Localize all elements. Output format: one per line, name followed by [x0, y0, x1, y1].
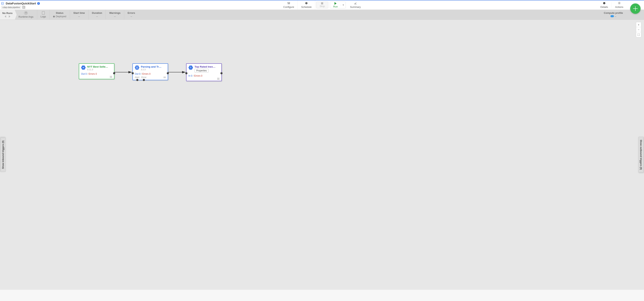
status-value: Deployed	[53, 15, 66, 18]
sliders-icon	[287, 2, 290, 5]
details-button[interactable]: i Details	[597, 0, 612, 9]
connectors	[0, 20, 644, 290]
node-metrics: Out 0 / Errors 0	[79, 71, 114, 76]
node-menu-icon[interactable]	[217, 78, 220, 80]
node-transform[interactable]: Parsing and Tr… 3.2.3 Out 0 / Errors 0 A…	[132, 63, 168, 80]
svg-point-2	[289, 3, 290, 3]
node-header: NYT Best Selle… 0.11.3	[79, 64, 114, 71]
svg-point-0	[288, 2, 288, 3]
gear-icon	[618, 1, 621, 5]
title-row: DataFusionQuickStart i	[1, 2, 40, 5]
pipeline-type-chip[interactable]: cdap-data-pipeline	[1, 6, 21, 9]
header-left: DataFusionQuickStart i cdap-data-pipelin…	[0, 0, 42, 9]
node-in-port[interactable]	[185, 72, 188, 74]
node-menu-icon[interactable]	[164, 77, 166, 78]
node-out-port[interactable]	[220, 72, 222, 74]
chevron-down-icon	[342, 4, 344, 5]
fit-to-screen-button[interactable]	[636, 32, 641, 37]
compute-profile-label: Compute profile	[604, 11, 623, 14]
status-label: Status	[56, 11, 64, 14]
node-header: Parsing and Tr… 3.2.3	[133, 64, 168, 71]
outbound-triggers-tab[interactable]: Show outbound triggers (0)	[638, 137, 644, 173]
details-label: Details	[600, 5, 608, 8]
warnings-label: Warnings	[109, 11, 120, 14]
runs-title: No Runs	[2, 12, 12, 14]
configure-button[interactable]: Configure	[280, 0, 298, 9]
logs-cell[interactable]: Logs	[37, 10, 50, 19]
svg-rect-9	[82, 67, 84, 68]
svg-point-1	[288, 3, 289, 4]
runtime-args-icon: M	[24, 11, 28, 15]
chart-icon	[354, 2, 357, 5]
wrangler-icon	[135, 65, 139, 70]
stop-button: Stop	[316, 1, 328, 8]
node-header: Top Rated Inex… Properties	[186, 64, 222, 73]
header-center: Configure Schedule Stop Run Summary	[280, 0, 364, 9]
duration-value: --	[96, 15, 98, 18]
node-title: Top Rated Inex…	[194, 65, 220, 68]
footer	[0, 290, 644, 301]
start-time-label: Start time	[74, 11, 85, 14]
status-bar: No Runs M Runtime Args Logs Status Deplo…	[0, 10, 644, 20]
node-alert-error-labels: Alert Error	[135, 76, 146, 79]
alert-label: Alert	[135, 76, 140, 79]
duration-label: Duration	[92, 11, 102, 14]
run-dropdown-button[interactable]	[341, 4, 346, 5]
warnings-value: --	[114, 15, 116, 18]
schedule-label: Schedule	[301, 5, 312, 8]
start-time-value: --	[78, 15, 80, 18]
node-error-port[interactable]	[143, 79, 145, 81]
runtime-args-cell[interactable]: M Runtime Args	[15, 10, 37, 19]
inbound-triggers-tab[interactable]: Show inbound triggers (0)	[0, 137, 6, 172]
run-button[interactable]: Run	[330, 2, 341, 8]
svg-rect-11	[136, 67, 138, 68]
gcs-icon	[81, 65, 86, 70]
status-cell: Status Deployed	[50, 10, 70, 19]
node-footer	[186, 78, 222, 81]
node-title: Parsing and Tr…	[141, 65, 166, 68]
node-sink[interactable]: Top Rated Inex… Properties In 0 / Errors…	[186, 63, 222, 81]
node-out-port[interactable]	[113, 72, 115, 74]
clock-icon	[305, 2, 308, 5]
node-out-port[interactable]	[167, 72, 169, 74]
svg-point-6	[619, 3, 620, 3]
zoom-in-button[interactable]: +	[636, 22, 641, 27]
svg-text:i: i	[604, 2, 604, 4]
node-alert-port[interactable]	[136, 79, 138, 81]
actions-label: Actions	[615, 5, 623, 8]
node-source[interactable]: NYT Best Selle… 0.11.3 Out 0 / Errors 0	[79, 63, 114, 79]
canvas[interactable]: + − Show inbound triggers (0) Show outbo…	[0, 20, 644, 290]
add-chip-button[interactable]: +	[22, 6, 25, 9]
summary-button[interactable]: Summary	[346, 0, 364, 9]
node-metrics: Out 0 / Errors 0	[133, 71, 168, 76]
app-title: DataFusionQuickStart	[6, 2, 36, 5]
svg-rect-10	[82, 68, 84, 68]
node-version: 3.2.3	[141, 68, 166, 71]
zoom-controls: + −	[636, 22, 641, 37]
actions-button[interactable]: Actions	[612, 0, 627, 9]
schedule-button[interactable]: Schedule	[298, 0, 315, 9]
stop-icon	[321, 2, 323, 4]
cloud-icon	[610, 15, 614, 17]
node-footer	[79, 76, 114, 79]
compute-profile-value: --	[610, 15, 616, 18]
runs-tab: No Runs	[0, 10, 15, 19]
run-button-group: Run	[330, 1, 346, 8]
node-in-port[interactable]	[132, 72, 134, 74]
properties-button[interactable]: Properties	[194, 69, 208, 73]
zoom-out-button[interactable]: −	[636, 27, 641, 32]
info-icon[interactable]: i	[37, 2, 40, 5]
summary-label: Summary	[350, 5, 361, 8]
pipeline-chip-row: cdap-data-pipeline +	[1, 6, 40, 9]
configure-label: Configure	[283, 5, 294, 8]
prev-run-icon[interactable]	[4, 15, 6, 18]
fab-add-button[interactable]	[630, 3, 640, 14]
node-menu-icon[interactable]	[110, 76, 112, 78]
duration-cell: Duration --	[88, 10, 106, 19]
warnings-cell: Warnings --	[106, 10, 124, 19]
play-icon	[334, 2, 336, 5]
errors-cell: Errors --	[124, 10, 138, 19]
next-run-icon[interactable]	[9, 15, 10, 18]
start-time-cell: Start time --	[70, 10, 88, 19]
error-label: Error	[142, 76, 146, 79]
